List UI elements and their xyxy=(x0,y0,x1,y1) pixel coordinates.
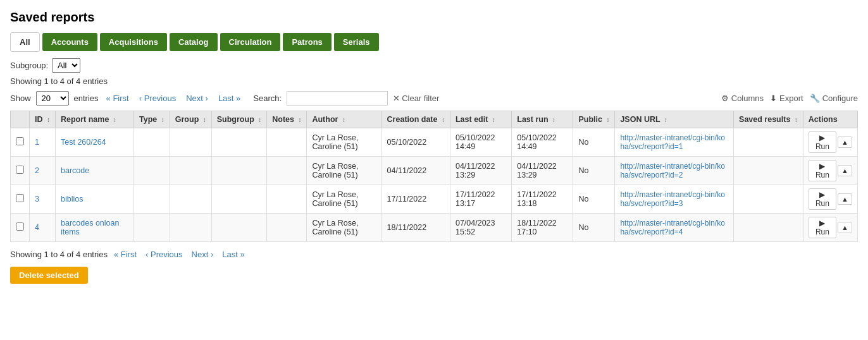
first-button-top[interactable]: « First xyxy=(104,92,132,104)
cell-actions-1: ▶ Run ▲ xyxy=(803,128,857,157)
cell-group-4 xyxy=(170,214,211,242)
tab-acquisitions[interactable]: Acquisitions xyxy=(100,33,167,51)
export-button[interactable]: ⬇ Export xyxy=(770,94,803,103)
cell-notes-2 xyxy=(267,157,307,185)
cell-report-name-3: biblios xyxy=(55,185,133,214)
first-button-bottom[interactable]: « First xyxy=(111,248,139,260)
col-header-public[interactable]: Public ↕ xyxy=(573,111,615,128)
row-checkbox-3[interactable] xyxy=(11,185,30,214)
delete-selected-button[interactable]: Delete selected xyxy=(10,267,88,284)
checkbox-2[interactable] xyxy=(16,166,24,174)
report-name-link-2[interactable]: barcode xyxy=(61,166,89,175)
col-header-subgroup[interactable]: Subgroup ↕ xyxy=(211,111,267,128)
tab-catalog[interactable]: Catalog xyxy=(170,33,218,51)
last-button-top[interactable]: Last » xyxy=(216,92,243,104)
up-button-2[interactable]: ▲ xyxy=(838,165,852,176)
json-url-link-1[interactable]: http://master-intranet/cgi-bin/koha/svc/… xyxy=(620,133,724,151)
cell-json-url-3: http://master-intranet/cgi-bin/koha/svc/… xyxy=(615,185,734,214)
col-header-author[interactable]: Author ↕ xyxy=(307,111,381,128)
controls-row: Show 10 20 50 100 entries « First ‹ Prev… xyxy=(10,91,858,106)
checkbox-4[interactable] xyxy=(16,222,24,231)
cell-author-1: Cyr La Rose, Caroline (51) xyxy=(307,128,381,157)
show-label: Show xyxy=(10,94,31,103)
run-button-4[interactable]: ▶ Run xyxy=(809,217,836,238)
cell-subgroup-3 xyxy=(211,185,267,214)
table-row: 2 barcode Cyr La Rose, Caroline (51) 04/… xyxy=(11,157,858,185)
run-button-3[interactable]: ▶ Run xyxy=(809,188,836,210)
show-entries-select[interactable]: 10 20 50 100 xyxy=(36,91,69,106)
col-header-json-url[interactable]: JSON URL ↕ xyxy=(615,111,734,128)
configure-button[interactable]: 🔧 Configure xyxy=(810,94,858,103)
cell-type-2 xyxy=(134,157,170,185)
row-checkbox-4[interactable] xyxy=(11,214,30,242)
id-link-2[interactable]: 2 xyxy=(35,166,39,175)
report-name-link-4[interactable]: barcodes onloan items xyxy=(61,219,119,236)
col-header-notes[interactable]: Notes ↕ xyxy=(267,111,307,128)
search-input[interactable] xyxy=(287,91,388,106)
cell-author-2: Cyr La Rose, Caroline (51) xyxy=(307,157,381,185)
clear-filter-label: Clear filter xyxy=(402,94,439,103)
report-name-link-3[interactable]: biblios xyxy=(61,195,83,203)
checkbox-1[interactable] xyxy=(16,137,24,145)
table-row: 4 barcodes onloan items Cyr La Rose, Car… xyxy=(11,214,858,242)
id-link-1[interactable]: 1 xyxy=(35,138,39,147)
cell-report-name-1: Test 260/264 xyxy=(55,128,133,157)
row-checkbox-1[interactable] xyxy=(11,128,30,157)
cell-json-url-4: http://master-intranet/cgi-bin/koha/svc/… xyxy=(615,214,734,242)
last-button-bottom[interactable]: Last » xyxy=(220,248,247,260)
entries-label: entries xyxy=(74,94,99,103)
next-button-top[interactable]: Next › xyxy=(183,92,211,104)
col-header-last-edit[interactable]: Last edit ↕ xyxy=(450,111,511,128)
previous-button-top[interactable]: ‹ Previous xyxy=(137,92,179,104)
col-header-report-name[interactable]: Report name ↕ xyxy=(55,111,133,128)
gear-icon: ⚙ xyxy=(721,94,729,103)
subgroup-row: Subgroup: All xyxy=(10,58,858,73)
cell-last-run-4: 18/11/2022 17:10 xyxy=(512,214,573,242)
up-button-3[interactable]: ▲ xyxy=(838,193,852,205)
col-header-group[interactable]: Group ↕ xyxy=(170,111,211,128)
cell-public-1: No xyxy=(573,128,615,157)
up-button-1[interactable]: ▲ xyxy=(838,137,852,148)
col-header-type[interactable]: Type ↕ xyxy=(134,111,170,128)
cell-id-1: 1 xyxy=(30,128,56,157)
col-header-creation-date[interactable]: Creation date ↕ xyxy=(381,111,450,128)
tab-serials[interactable]: Serials xyxy=(334,33,379,51)
cell-actions-4: ▶ Run ▲ xyxy=(803,214,857,242)
cell-last-edit-3: 17/11/2022 13:17 xyxy=(450,185,511,214)
cell-subgroup-2 xyxy=(211,157,267,185)
col-header-id[interactable]: ID ↕ xyxy=(30,111,56,128)
showing-bottom: Showing 1 to 4 of 4 entries xyxy=(10,250,108,259)
cell-saved-results-3 xyxy=(734,185,803,214)
col-header-saved-results[interactable]: Saved results ↕ xyxy=(734,111,803,128)
col-header-last-run[interactable]: Last run ↕ xyxy=(512,111,573,128)
row-checkbox-2[interactable] xyxy=(11,157,30,185)
id-link-4[interactable]: 4 xyxy=(35,223,39,232)
page-title: Saved reports xyxy=(10,10,858,25)
checkbox-3[interactable] xyxy=(16,194,24,202)
tab-patrons[interactable]: Patrons xyxy=(283,33,331,51)
up-button-4[interactable]: ▲ xyxy=(838,222,852,233)
tab-all[interactable]: All xyxy=(10,32,40,52)
cell-json-url-2: http://master-intranet/cgi-bin/koha/svc/… xyxy=(615,157,734,185)
cell-saved-results-2 xyxy=(734,157,803,185)
cell-id-4: 4 xyxy=(30,214,56,242)
subgroup-select[interactable]: All xyxy=(52,58,80,73)
columns-button[interactable]: ⚙ Columns xyxy=(721,94,764,103)
json-url-link-4[interactable]: http://master-intranet/cgi-bin/koha/svc/… xyxy=(620,219,724,236)
json-url-link-3[interactable]: http://master-intranet/cgi-bin/koha/svc/… xyxy=(620,190,724,208)
run-button-1[interactable]: ▶ Run xyxy=(809,131,836,153)
tab-circulation[interactable]: Circulation xyxy=(220,33,281,51)
report-name-link-1[interactable]: Test 260/264 xyxy=(61,138,106,147)
tab-accounts[interactable]: Accounts xyxy=(42,33,97,51)
cell-actions-2: ▶ Run ▲ xyxy=(803,157,857,185)
cell-report-name-2: barcode xyxy=(55,157,133,185)
json-url-link-2[interactable]: http://master-intranet/cgi-bin/koha/svc/… xyxy=(620,162,724,179)
configure-label: Configure xyxy=(822,94,858,103)
next-button-bottom[interactable]: Next › xyxy=(189,248,216,260)
id-link-3[interactable]: 3 xyxy=(35,195,39,203)
clear-filter-button[interactable]: ✕ Clear filter xyxy=(393,94,439,103)
cell-last-run-2: 04/11/2022 13:29 xyxy=(512,157,573,185)
run-button-2[interactable]: ▶ Run xyxy=(809,160,836,181)
previous-button-bottom[interactable]: ‹ Previous xyxy=(143,248,185,260)
cell-author-4: Cyr La Rose, Caroline (51) xyxy=(307,214,381,242)
